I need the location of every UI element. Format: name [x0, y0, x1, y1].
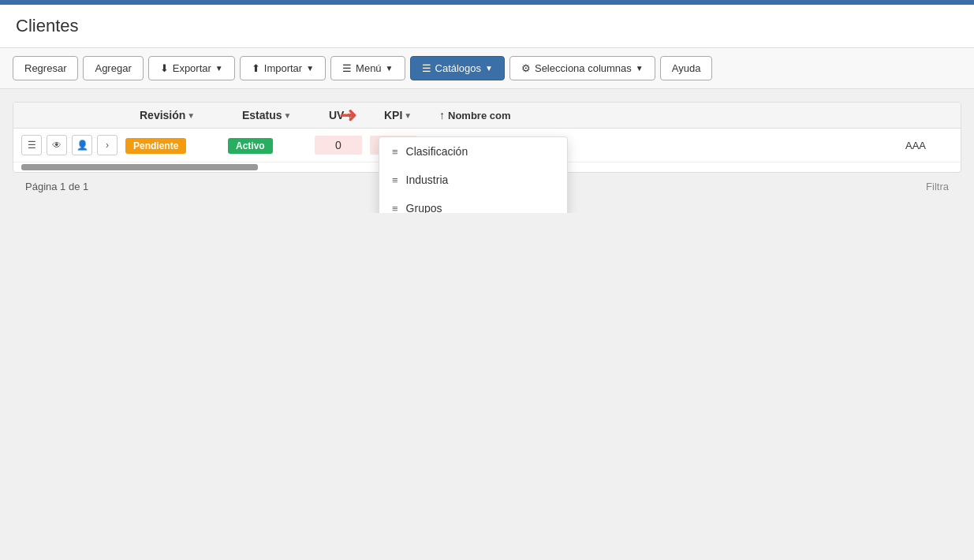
col-kpi-header[interactable]: KPI ▼ — [384, 109, 431, 121]
exportar-label: Exportar — [173, 62, 211, 74]
menu-label: Menú — [356, 62, 382, 74]
regresar-button[interactable]: Regresar — [13, 56, 78, 80]
uv-cell: 0 — [315, 136, 362, 155]
pagination-text: Página 1 de 1 — [25, 181, 88, 192]
gear-icon: ⚙ — [521, 62, 531, 74]
scrollbar[interactable] — [21, 164, 258, 170]
agregar-button[interactable]: Agregar — [83, 56, 143, 80]
export-icon: ⬇ — [160, 62, 169, 74]
catalogos-button[interactable]: ☰ Catálogos ▼ — [410, 56, 505, 80]
title-bar: Clientes — [0, 5, 974, 48]
lines-icon: ≡ — [392, 146, 398, 158]
chevron-down-icon-import: ▼ — [306, 64, 314, 73]
eye-icon-btn[interactable]: 👁 — [47, 135, 67, 155]
catalogos-label: Catálogos — [435, 62, 482, 74]
menu-icon: ☰ — [342, 62, 352, 74]
list-icon-btn[interactable]: ☰ — [21, 135, 42, 155]
col-estatus-header[interactable]: Estatus ▼ — [242, 109, 321, 121]
user-icon-btn[interactable]: 👤 — [72, 135, 92, 155]
catalogos-icon: ☰ — [422, 62, 431, 74]
menu-button[interactable]: ☰ Menú ▼ — [330, 56, 405, 80]
sort-icon-estatus: ▼ — [284, 111, 292, 120]
lines-icon: ≡ — [392, 203, 398, 214]
chevron-down-icon-catalogos: ▼ — [485, 64, 493, 73]
col-extra-header[interactable]: ↑ Nombre com — [439, 109, 953, 121]
content-area: Revisión ▼ Estatus ▼ UV ▼ KPI ▼ ↑ Nombre… — [0, 89, 974, 213]
up-arrow-icon: ↑ — [439, 109, 445, 121]
dropdown-item-label: Clasificación — [406, 145, 468, 158]
selecciona-columnas-label: Selecciona columnas — [535, 62, 632, 74]
page-title: Clientes — [16, 16, 958, 36]
red-arrow: ➜ — [339, 102, 357, 128]
lines-icon: ≡ — [392, 174, 398, 186]
dropdown-item-1[interactable]: ≡Industria — [379, 166, 567, 194]
sort-icon-revision: ▼ — [187, 111, 195, 120]
estatus-label: Estatus — [242, 109, 282, 121]
importar-button[interactable]: ⬆ Importar ▼ — [240, 56, 326, 80]
chevron-down-icon-cols: ▼ — [636, 64, 644, 73]
dropdown-item-label: Industria — [406, 174, 449, 186]
nombre-com-label: Nombre com — [448, 110, 510, 121]
toolbar: Regresar Agregar ⬇ Exportar ▼ ⬆ Importar… — [0, 48, 974, 89]
estatus-cell: Activo — [228, 139, 307, 151]
col-revision-header[interactable]: Revisión ▼ — [140, 109, 234, 121]
arrow-right-icon-btn[interactable]: › — [97, 135, 118, 155]
dropdown-item-2[interactable]: ≡Grupos — [379, 194, 567, 213]
dropdown-item-label: Grupos — [406, 202, 442, 213]
importar-label: Importar — [264, 62, 302, 74]
revision-cell: Pendiente — [125, 139, 220, 151]
revision-label: Revisión — [140, 109, 185, 121]
nombre-value: AAA — [905, 140, 926, 151]
exportar-button[interactable]: ⬇ Exportar ▼ — [148, 56, 235, 80]
table-header: Revisión ▼ Estatus ▼ UV ▼ KPI ▼ ↑ Nombre… — [13, 103, 961, 129]
selecciona-columnas-button[interactable]: ⚙ Selecciona columnas ▼ — [509, 56, 655, 80]
kpi-label: KPI — [384, 109, 402, 121]
import-icon: ⬆ — [252, 62, 260, 74]
pendiente-badge: Pendiente — [125, 138, 186, 154]
sort-icon-kpi: ▼ — [404, 111, 412, 120]
activo-badge: Activo — [228, 138, 273, 154]
nombre-cell: AAA — [905, 139, 953, 151]
chevron-down-icon: ▼ — [215, 64, 223, 73]
chevron-down-icon-menu: ▼ — [386, 64, 394, 73]
catalogos-dropdown: ≡Clasificación≡Industria≡Grupos≡Segmento… — [379, 136, 568, 213]
row-actions: ☰ 👁 👤 › — [21, 135, 118, 155]
dropdown-item-0[interactable]: ≡Clasificación — [379, 137, 567, 166]
filtra-text: Filtra — [926, 181, 949, 192]
ayuda-button[interactable]: Ayuda — [660, 56, 713, 80]
